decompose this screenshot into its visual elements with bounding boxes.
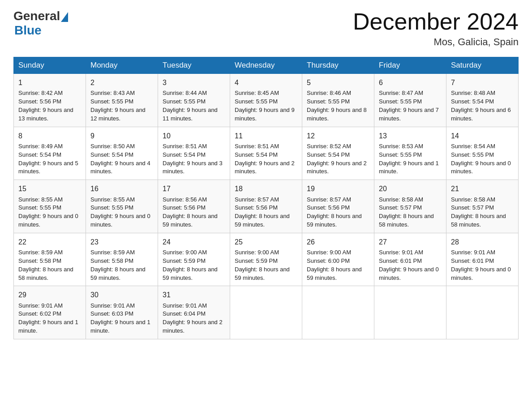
calendar-table: SundayMondayTuesdayWednesdayThursdayFrid…	[13, 57, 519, 339]
sunrise-text: Sunrise: 8:45 AM	[235, 89, 297, 98]
day-number: 17	[163, 184, 225, 194]
sunset-text: Sunset: 5:54 PM	[235, 151, 297, 159]
calendar-cell	[446, 286, 519, 339]
day-number: 29	[18, 290, 81, 300]
daylight-text: Daylight: 9 hours and 6 minutes.	[451, 106, 514, 123]
calendar-cell: 22Sunrise: 8:59 AMSunset: 5:58 PMDayligh…	[14, 233, 86, 286]
sunset-text: Sunset: 5:55 PM	[90, 204, 153, 212]
daylight-text: Daylight: 9 hours and 1 minute.	[90, 318, 153, 335]
calendar-cell: 5Sunrise: 8:46 AMSunset: 5:55 PMDaylight…	[302, 74, 374, 127]
day-number: 10	[163, 131, 225, 141]
day-number: 27	[379, 237, 442, 247]
day-number: 19	[307, 184, 369, 194]
sunset-text: Sunset: 6:00 PM	[307, 257, 369, 265]
week-row-2: 8Sunrise: 8:49 AMSunset: 5:54 PMDaylight…	[14, 127, 519, 180]
day-number: 20	[379, 184, 442, 194]
day-number: 2	[90, 77, 153, 88]
sunset-text: Sunset: 5:56 PM	[163, 204, 225, 212]
day-number: 8	[18, 131, 81, 141]
calendar-cell	[302, 286, 374, 339]
sunset-text: Sunset: 5:55 PM	[307, 98, 369, 106]
sunset-text: Sunset: 5:56 PM	[235, 204, 297, 212]
daylight-text: Daylight: 9 hours and 3 minutes.	[163, 159, 225, 176]
daylight-text: Daylight: 9 hours and 2 minutes.	[235, 159, 297, 176]
logo: General Blue	[13, 9, 68, 38]
sunset-text: Sunset: 5:57 PM	[379, 204, 442, 212]
daylight-text: Daylight: 9 hours and 0 minutes.	[90, 212, 153, 229]
sunset-text: Sunset: 5:54 PM	[163, 151, 225, 159]
day-number: 28	[451, 237, 514, 247]
calendar-cell: 25Sunrise: 9:00 AMSunset: 5:59 PMDayligh…	[230, 233, 302, 286]
sunset-text: Sunset: 5:55 PM	[18, 204, 81, 212]
sunrise-text: Sunrise: 9:01 AM	[163, 302, 225, 310]
calendar-cell	[374, 286, 446, 339]
day-number: 14	[451, 131, 514, 141]
sunrise-text: Sunrise: 9:00 AM	[307, 248, 369, 257]
sunrise-text: Sunrise: 9:00 AM	[235, 248, 297, 257]
sunrise-text: Sunrise: 8:51 AM	[235, 142, 297, 151]
col-header-saturday: Saturday	[446, 57, 519, 74]
daylight-text: Daylight: 8 hours and 58 minutes.	[451, 212, 514, 229]
daylight-text: Daylight: 9 hours and 0 minutes.	[379, 265, 442, 283]
sunset-text: Sunset: 6:02 PM	[18, 310, 81, 318]
week-row-4: 22Sunrise: 8:59 AMSunset: 5:58 PMDayligh…	[14, 233, 519, 286]
sunrise-text: Sunrise: 8:49 AM	[18, 142, 81, 151]
logo-triangle-icon	[61, 12, 68, 22]
calendar-cell: 4Sunrise: 8:45 AMSunset: 5:55 PMDaylight…	[230, 74, 302, 127]
day-number: 26	[307, 237, 369, 247]
daylight-text: Daylight: 8 hours and 59 minutes.	[163, 212, 225, 229]
sunrise-text: Sunrise: 8:51 AM	[163, 142, 225, 151]
sunset-text: Sunset: 5:55 PM	[379, 151, 442, 159]
calendar-cell: 26Sunrise: 9:00 AMSunset: 6:00 PMDayligh…	[302, 233, 374, 286]
day-number: 24	[163, 237, 225, 247]
daylight-text: Daylight: 9 hours and 2 minutes.	[163, 318, 225, 335]
col-header-sunday: Sunday	[14, 57, 86, 74]
header-right: December 2024 Mos, Galicia, Spain	[353, 9, 519, 48]
daylight-text: Daylight: 9 hours and 8 minutes.	[307, 106, 369, 123]
sunrise-text: Sunrise: 8:42 AM	[18, 89, 81, 98]
sunset-text: Sunset: 5:54 PM	[90, 151, 153, 159]
sunrise-text: Sunrise: 9:01 AM	[18, 302, 81, 310]
daylight-text: Daylight: 8 hours and 59 minutes.	[163, 265, 225, 283]
daylight-text: Daylight: 9 hours and 1 minute.	[379, 159, 442, 176]
sunrise-text: Sunrise: 8:44 AM	[163, 89, 225, 98]
sunset-text: Sunset: 5:56 PM	[18, 98, 81, 106]
day-number: 1	[18, 77, 81, 88]
sunset-text: Sunset: 5:55 PM	[90, 98, 153, 106]
page-header: General Blue December 2024 Mos, Galicia,…	[13, 9, 519, 48]
sunrise-text: Sunrise: 8:59 AM	[18, 248, 81, 257]
calendar-cell: 7Sunrise: 8:48 AMSunset: 5:54 PMDaylight…	[446, 74, 519, 127]
sunrise-text: Sunrise: 8:52 AM	[307, 142, 369, 151]
calendar-cell: 23Sunrise: 8:59 AMSunset: 5:58 PMDayligh…	[86, 233, 158, 286]
week-row-5: 29Sunrise: 9:01 AMSunset: 6:02 PMDayligh…	[14, 286, 519, 339]
col-header-monday: Monday	[86, 57, 158, 74]
calendar-header-row: SundayMondayTuesdayWednesdayThursdayFrid…	[14, 57, 519, 74]
calendar-cell: 15Sunrise: 8:55 AMSunset: 5:55 PMDayligh…	[14, 180, 86, 233]
calendar-cell: 29Sunrise: 9:01 AMSunset: 6:02 PMDayligh…	[14, 286, 86, 339]
day-number: 22	[18, 237, 81, 247]
logo-general-text: General	[13, 9, 60, 23]
calendar-cell: 11Sunrise: 8:51 AMSunset: 5:54 PMDayligh…	[230, 127, 302, 180]
daylight-text: Daylight: 9 hours and 7 minutes.	[379, 106, 442, 123]
location: Mos, Galicia, Spain	[353, 36, 519, 48]
day-number: 5	[307, 77, 369, 88]
sunset-text: Sunset: 5:55 PM	[451, 151, 514, 159]
sunrise-text: Sunrise: 8:43 AM	[90, 89, 153, 98]
calendar-cell: 14Sunrise: 8:54 AMSunset: 5:55 PMDayligh…	[446, 127, 519, 180]
day-number: 13	[379, 131, 442, 141]
day-number: 30	[90, 290, 153, 300]
calendar-cell: 31Sunrise: 9:01 AMSunset: 6:04 PMDayligh…	[158, 286, 230, 339]
week-row-1: 1Sunrise: 8:42 AMSunset: 5:56 PMDaylight…	[14, 74, 519, 127]
day-number: 9	[90, 131, 153, 141]
sunset-text: Sunset: 5:57 PM	[451, 204, 514, 212]
sunset-text: Sunset: 5:55 PM	[235, 98, 297, 106]
daylight-text: Daylight: 8 hours and 59 minutes.	[235, 265, 297, 283]
calendar-cell: 21Sunrise: 8:58 AMSunset: 5:57 PMDayligh…	[446, 180, 519, 233]
sunset-text: Sunset: 6:01 PM	[379, 257, 442, 265]
daylight-text: Daylight: 9 hours and 11 minutes.	[163, 106, 225, 123]
calendar-cell: 27Sunrise: 9:01 AMSunset: 6:01 PMDayligh…	[374, 233, 446, 286]
sunrise-text: Sunrise: 8:58 AM	[379, 196, 442, 204]
day-number: 25	[235, 237, 297, 247]
sunset-text: Sunset: 5:56 PM	[307, 204, 369, 212]
col-header-wednesday: Wednesday	[230, 57, 302, 74]
